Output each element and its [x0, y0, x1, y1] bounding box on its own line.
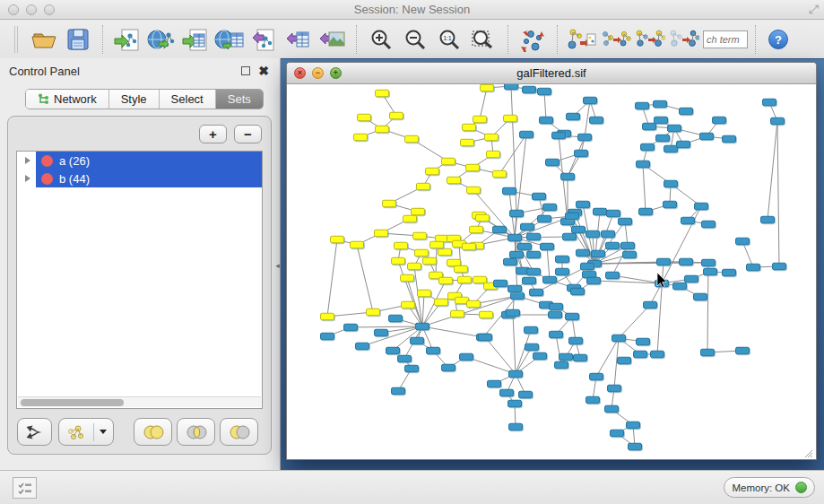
splitter-collapse-handle[interactable]: ◂	[274, 258, 281, 273]
save-session-button[interactable]	[63, 24, 93, 55]
graph-node[interactable]	[651, 351, 664, 358]
graph-node[interactable]	[627, 421, 640, 429]
remove-set-button[interactable]: −	[234, 125, 262, 143]
graph-edge[interactable]	[544, 91, 546, 120]
graph-node[interactable]	[641, 143, 655, 151]
graph-node[interactable]	[761, 216, 775, 223]
first-neighbors-button[interactable]	[601, 24, 631, 55]
graph-node[interactable]	[771, 117, 785, 125]
graph-node[interactable]	[571, 288, 585, 295]
graph-node[interactable]	[439, 277, 453, 284]
graph-node[interactable]	[623, 251, 637, 258]
graph-node[interactable]	[584, 97, 597, 104]
graph-node[interactable]	[541, 243, 554, 250]
graph-node[interactable]	[504, 115, 517, 122]
set-union-button[interactable]	[134, 418, 172, 446]
graph-node[interactable]	[594, 208, 607, 215]
graph-node[interactable]	[376, 90, 389, 97]
expander-icon[interactable]	[25, 175, 30, 182]
graph-node[interactable]	[442, 364, 455, 371]
graph-node[interactable]	[664, 201, 677, 208]
graph-node[interactable]	[586, 230, 600, 238]
network-window-titlebar[interactable]: × − + galFiltered.sif	[287, 63, 816, 84]
export-network-button[interactable]	[248, 24, 279, 55]
graph-node[interactable]	[358, 114, 371, 121]
graph-node[interactable]	[668, 125, 681, 132]
graph-node[interactable]	[523, 277, 536, 284]
graph-node[interactable]	[619, 218, 632, 225]
graph-node[interactable]	[418, 290, 431, 297]
graph-node[interactable]	[533, 352, 547, 360]
graph-node[interactable]	[351, 241, 364, 248]
add-set-button[interactable]: +	[199, 125, 227, 143]
graph-node[interactable]	[556, 256, 569, 263]
graph-node[interactable]	[637, 161, 650, 168]
graph-edge[interactable]	[777, 121, 779, 266]
graph-node[interactable]	[473, 276, 487, 283]
graph-node[interactable]	[572, 226, 585, 233]
graph-node[interactable]	[500, 389, 514, 396]
graph-node[interactable]	[605, 405, 619, 413]
graph-node[interactable]	[508, 400, 522, 407]
graph-node[interactable]	[527, 233, 541, 240]
graph-node[interactable]	[398, 355, 412, 362]
graph-node[interactable]	[451, 310, 464, 317]
graph-node[interactable]	[763, 99, 776, 106]
graph-node[interactable]	[681, 217, 695, 224]
graph-node[interactable]	[621, 242, 635, 249]
graph-node[interactable]	[392, 257, 405, 265]
graph-node[interactable]	[592, 250, 605, 257]
graph-node[interactable]	[510, 251, 524, 258]
graph-node[interactable]	[395, 242, 408, 249]
graph-node[interactable]	[530, 289, 543, 296]
graph-node[interactable]	[413, 232, 427, 239]
graph-node[interactable]	[435, 299, 448, 306]
graph-node[interactable]	[578, 134, 592, 141]
network-canvas[interactable]	[287, 84, 816, 459]
import-network-web-button[interactable]	[146, 24, 177, 55]
graph-node[interactable]	[550, 303, 563, 310]
graph-edge[interactable]	[707, 263, 708, 352]
task-history-button[interactable]	[13, 477, 37, 499]
open-session-button[interactable]	[29, 24, 59, 55]
graph-node[interactable]	[637, 338, 650, 345]
graph-node[interactable]	[402, 301, 415, 308]
graph-node[interactable]	[321, 313, 334, 320]
export-image-button[interactable]	[317, 24, 347, 55]
graph-node[interactable]	[657, 258, 671, 265]
graph-node[interactable]	[494, 280, 507, 287]
graph-edge[interactable]	[422, 293, 424, 326]
graph-node[interactable]	[736, 238, 750, 245]
graph-node[interactable]	[702, 221, 716, 228]
graph-edge[interactable]	[513, 313, 516, 374]
graph-edge[interactable]	[515, 135, 526, 238]
graph-node[interactable]	[405, 135, 419, 143]
graph-node[interactable]	[556, 268, 569, 275]
graph-node[interactable]	[392, 387, 405, 395]
scrollbar-thumb[interactable]	[21, 399, 124, 406]
graph-node[interactable]	[481, 84, 494, 91]
graph-node[interactable]	[567, 113, 580, 120]
set-intersection-button[interactable]	[177, 418, 215, 446]
graph-node[interactable]	[485, 134, 499, 141]
graph-node[interactable]	[519, 391, 533, 398]
search-input[interactable]	[703, 30, 748, 48]
graph-node[interactable]	[538, 88, 551, 95]
graph-edge[interactable]	[742, 241, 753, 267]
graph-node[interactable]	[508, 234, 522, 241]
graph-node[interactable]	[602, 230, 615, 238]
apply-layout-button[interactable]	[517, 24, 548, 55]
graph-node[interactable]	[375, 329, 388, 336]
graph-node[interactable]	[618, 357, 631, 364]
graph-node[interactable]	[525, 343, 539, 351]
network-window[interactable]: × − + galFiltered.sif	[286, 62, 817, 460]
graph-node[interactable]	[611, 430, 624, 437]
graph-node[interactable]	[673, 282, 687, 290]
graph-node[interactable]	[680, 258, 693, 265]
graph-node[interactable]	[493, 226, 507, 233]
graph-node[interactable]	[606, 272, 620, 279]
show-selected-button[interactable]	[635, 24, 665, 55]
graph-node[interactable]	[476, 214, 490, 222]
graph-node[interactable]	[408, 263, 421, 270]
graph-node[interactable]	[713, 117, 726, 124]
